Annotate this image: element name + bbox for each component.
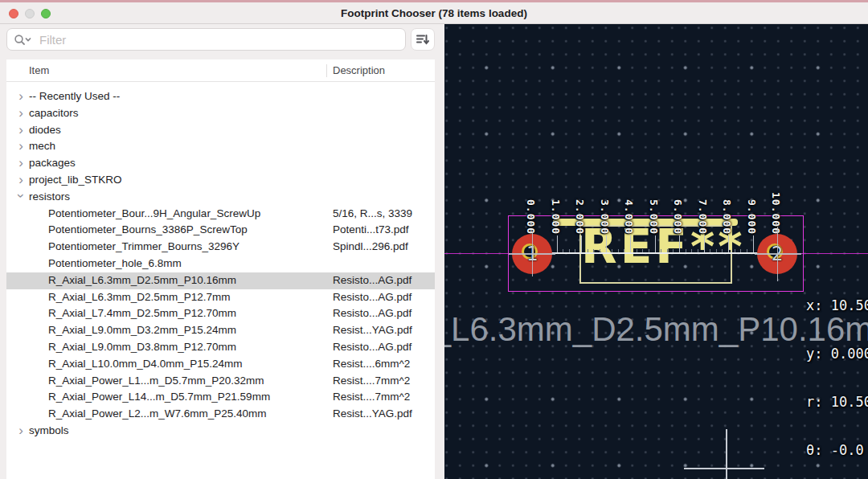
origin-crosshair-vertical: [726, 429, 727, 479]
cursor-position-readout: x: 10.50 y: 0.000 r: 10.50 θ: -0.0: [806, 265, 868, 479]
tree-item-row[interactable]: R_Axial_L9.0mm_D3.2mm_P15.24mm Resist...…: [6, 322, 435, 339]
column-divider[interactable]: [326, 64, 327, 77]
tree-item-row[interactable]: Potentiometer_Trimmer_Bourns_3296Y Spind…: [6, 239, 435, 256]
tree-item-row[interactable]: R_Axial_L10.0mm_D4.0mm_P15.24mm Resist..…: [6, 356, 435, 373]
search-icon: [14, 34, 33, 46]
ruler-label: 5.000: [648, 199, 660, 235]
ruler-label: 8.000: [721, 199, 733, 235]
ruler-label: 3.000: [599, 199, 611, 235]
window-title: Footprint Chooser (78 items loaded): [0, 2, 868, 24]
footprint-name-watermark: R_Axial_L6.3mm_D2.5mm_P10.16mm: [444, 310, 868, 349]
list-body: › -- Recently Used -- › capacitors › dio…: [6, 82, 435, 440]
chevron-right-icon: ›: [14, 172, 27, 187]
tree-item-row[interactable]: R_Axial_Power_L2...m_W7.6mm_P25.40mm Res…: [6, 406, 435, 423]
ruler-tick-major: [630, 235, 631, 253]
chevron-right-icon: ›: [14, 88, 27, 104]
ruler-tick-major: [704, 235, 705, 253]
tree-item-row[interactable]: R_Axial_Power_L14...m_D5.7mm_P21.59mm Re…: [6, 389, 435, 406]
tree-group-row[interactable]: › capacitors: [6, 105, 435, 122]
readout-r: r: 10.50: [806, 394, 868, 410]
filter-input[interactable]: [38, 32, 399, 47]
origin-crosshair-horizontal: [684, 468, 764, 469]
ruler-tick-major: [753, 235, 754, 253]
chevron-down-icon: ›: [14, 189, 29, 202]
sort-button[interactable]: [411, 28, 435, 51]
ruler-label: 4.000: [623, 199, 635, 235]
footprint-preview-canvas[interactable]: R_Axial_L6.3mm_D2.5mm_P10.16mm REF** 0.0…: [444, 24, 868, 479]
chevron-right-icon: ›: [14, 105, 27, 121]
tree-item-row[interactable]: R_Axial_L6.3mm_D2.5mm_P10.16mm Resisto..…: [6, 272, 435, 289]
pad-2-anchor-cross: [755, 253, 801, 255]
sort-descending-icon: [416, 33, 430, 46]
tree-group-row[interactable]: › -- Recently Used --: [6, 88, 435, 105]
tree-item-row[interactable]: Potentiometer_hole_6.8mm: [6, 256, 435, 272]
titlebar: Footprint Chooser (78 items loaded): [0, 2, 868, 24]
ruler-tick-major: [557, 235, 558, 253]
ruler-label: 9.000: [746, 199, 758, 235]
footprint-chooser-window: Footprint Chooser (78 items loaded) Item…: [0, 0, 868, 479]
ruler-label: 10.000: [770, 192, 782, 235]
readout-theta: θ: -0.0: [806, 442, 868, 458]
ruler-tick-major: [728, 235, 729, 253]
column-header-item[interactable]: Item: [29, 59, 49, 82]
ruler-baseline: [530, 252, 779, 254]
tree-group-row[interactable]: › packages: [6, 155, 435, 172]
column-header-description[interactable]: Description: [333, 59, 385, 82]
footprint-tree: Item Description › -- Recently Used -- ›…: [6, 59, 435, 479]
ruler-label: 2.000: [574, 199, 586, 235]
tree-group-row[interactable]: › symbols: [6, 423, 435, 440]
tree-item-row[interactable]: Potentiometer_Bour...9H_Angular_ScrewUp …: [6, 206, 435, 223]
chevron-right-icon: ›: [14, 155, 27, 170]
readout-x: x: 10.50: [806, 297, 868, 313]
tree-item-row[interactable]: Potentiometer_Bourns_3386P_ScrewTop Pote…: [6, 222, 435, 239]
chevron-right-icon: ›: [14, 423, 27, 438]
ruler-label: 7.000: [697, 199, 709, 235]
readout-y: y: 0.000: [806, 346, 868, 362]
tree-item-row[interactable]: R_Axial_L9.0mm_D3.8mm_P12.70mm Resisto..…: [6, 339, 435, 356]
chevron-right-icon: ›: [14, 122, 27, 137]
pad-1-anchor-cross: [509, 253, 555, 255]
tree-group-row[interactable]: › project_lib_STKRO: [6, 172, 435, 189]
tree-group-row[interactable]: › resistors: [6, 189, 435, 206]
ruler-tick-major: [679, 235, 680, 253]
ruler-tick-major: [606, 235, 607, 253]
ruler-tick-major: [581, 235, 582, 253]
tree-group-row[interactable]: › mech: [6, 138, 435, 155]
ruler-label: 1.000: [550, 199, 562, 235]
ruler-tick-major: [655, 235, 656, 253]
ruler-label: 6.000: [672, 199, 684, 235]
filter-field[interactable]: [6, 28, 406, 51]
chevron-right-icon: ›: [14, 138, 27, 154]
list-header: Item Description: [6, 59, 435, 82]
ruler-label: 0.000: [525, 199, 537, 235]
tree-group-row[interactable]: › diodes: [6, 122, 435, 139]
tree-item-row[interactable]: R_Axial_L7.4mm_D2.5mm_P12.70mm Resisto..…: [6, 305, 435, 322]
tree-item-row[interactable]: R_Axial_L6.3mm_D2.5mm_P12.7mm Resisto...…: [6, 289, 435, 306]
tree-item-row[interactable]: R_Axial_Power_L1...m_D5.7mm_P20.32mm Res…: [6, 373, 435, 390]
